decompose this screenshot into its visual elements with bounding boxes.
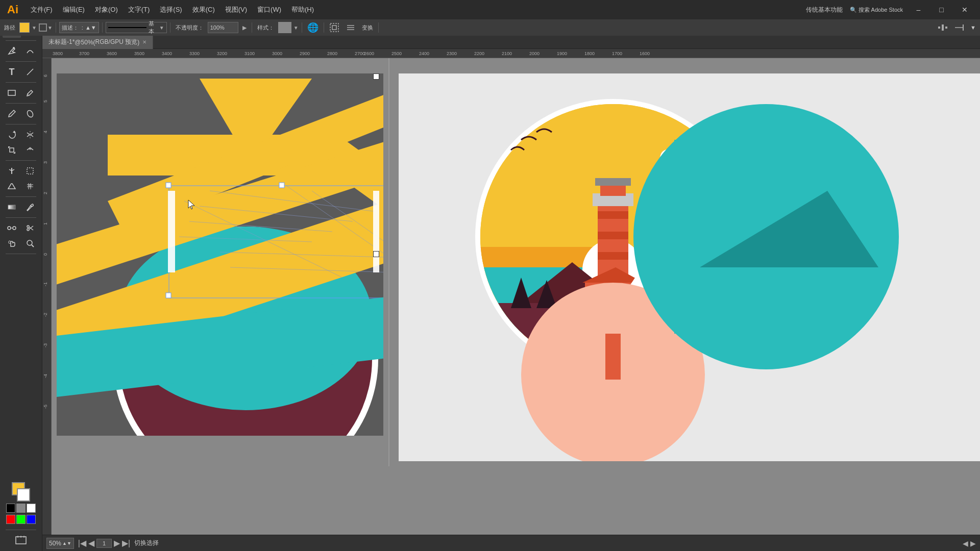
transform-icon[interactable] xyxy=(327,21,341,34)
maximize-button[interactable]: □ xyxy=(930,0,953,19)
menu-effect[interactable]: 效果(C) xyxy=(187,0,220,19)
curvature-tool[interactable] xyxy=(21,43,39,59)
zoom-tool[interactable] xyxy=(21,236,39,251)
separator-2 xyxy=(102,22,103,33)
ruler-left: 6 5 4 3 2 1 0 -1 -2 -3 -4 -5 xyxy=(42,58,52,535)
svg-rect-96 xyxy=(373,191,379,272)
canvas-page-right: GO TO NEW PLACES xyxy=(399,73,980,461)
menu-file[interactable]: 文件(F) xyxy=(26,0,58,19)
expand-canvas-btn2[interactable]: ▶ xyxy=(970,539,976,547)
zoom-value: 50% xyxy=(49,540,61,547)
color-swatch-5[interactable] xyxy=(16,515,26,524)
color-swatch-4[interactable] xyxy=(6,515,15,524)
minimize-button[interactable]: – xyxy=(907,0,930,19)
tool-group-zoom xyxy=(0,219,42,252)
menu-select[interactable]: 选择(S) xyxy=(155,0,187,19)
rotate-tool[interactable] xyxy=(3,127,21,142)
page-prev-btn[interactable]: |◀ xyxy=(78,538,86,548)
gradient-tool[interactable] xyxy=(3,199,21,215)
svg-text:3300: 3300 xyxy=(189,51,200,56)
canvas-area[interactable]: 3800 3700 3600 3500 3400 3300 3200 3100 … xyxy=(42,49,980,535)
document-tab[interactable]: 未标题-1* @ 50% ( RGB/GPU 预览 ) ✕ xyxy=(42,36,153,49)
menu-text[interactable]: 文字(T) xyxy=(123,0,155,19)
menu-help[interactable]: 帮助(H) xyxy=(286,0,319,19)
zoom-dropdown-icon: ▲▼ xyxy=(62,541,71,546)
globe-icon[interactable]: 🌐 xyxy=(305,21,321,34)
expand-canvas-btn[interactable]: ◀ xyxy=(963,539,968,547)
stroke-type-select[interactable]: 描述： : ▲▼ xyxy=(59,22,99,33)
scissors-tool[interactable] xyxy=(21,220,39,236)
scale-tool[interactable] xyxy=(3,142,21,158)
blend-tool[interactable] xyxy=(3,220,21,236)
page-next-btn2[interactable]: ▶| xyxy=(122,538,130,548)
svg-text:1: 1 xyxy=(43,222,48,225)
distribute-icon[interactable] xyxy=(936,21,950,34)
opacity-input[interactable] xyxy=(208,22,238,33)
tool-row-4 xyxy=(0,85,42,101)
tool-group-pen xyxy=(0,42,42,60)
ruler-left-svg: 6 5 4 3 2 1 0 -1 -2 -3 -4 -5 xyxy=(42,58,52,535)
separator-3 xyxy=(170,22,170,33)
search-adobe-stock[interactable]: 🔍 搜索 Adobe Stock xyxy=(850,6,903,14)
expand-icon[interactable]: ▼ xyxy=(968,21,978,34)
background-color[interactable] xyxy=(17,488,30,502)
tab-close-btn[interactable]: ✕ xyxy=(142,39,146,45)
stroke-icon[interactable]: ▼ xyxy=(39,23,53,32)
close-button[interactable]: ✕ xyxy=(953,0,976,19)
svg-marker-17 xyxy=(13,131,16,133)
blob-tool[interactable] xyxy=(21,106,39,121)
mesh-tool[interactable] xyxy=(21,179,39,194)
svg-rect-24 xyxy=(8,205,15,209)
rect-tool[interactable] xyxy=(3,85,21,101)
svg-text:-1: -1 xyxy=(43,282,48,286)
width-tool[interactable] xyxy=(3,163,21,179)
menu-right: 传统基本功能 🔍 搜索 Adobe Stock – □ ✕ xyxy=(803,0,981,19)
fill-dropdown-arrow[interactable]: ▼ xyxy=(32,25,37,31)
align-right-icon[interactable] xyxy=(952,21,966,34)
color-swatch-3[interactable] xyxy=(27,504,36,513)
fill-color-swatch[interactable] xyxy=(19,22,30,33)
svg-text:2800: 2800 xyxy=(327,51,337,56)
pencil-tool[interactable] xyxy=(21,85,39,101)
color-swatch-6[interactable] xyxy=(27,515,36,524)
tool-info: 切换选择 xyxy=(134,539,159,547)
menu-window[interactable]: 窗口(W) xyxy=(252,0,286,19)
style-swatch[interactable] xyxy=(278,22,291,33)
align-icon[interactable] xyxy=(344,21,358,34)
reflect-tool[interactable] xyxy=(21,127,39,142)
zoom-select[interactable]: 50% ▲▼ xyxy=(46,538,74,549)
hand-tool[interactable] xyxy=(3,236,21,251)
free-transform-tool[interactable] xyxy=(21,163,39,179)
color-swatch-1[interactable] xyxy=(6,504,15,513)
stroke-preview[interactable]: 基本 ▼ xyxy=(106,22,167,33)
artboard-tool[interactable] xyxy=(12,533,30,548)
warp-tool[interactable] xyxy=(21,142,39,158)
tool-sep-4 xyxy=(6,103,36,104)
tool-row-11 xyxy=(0,220,42,236)
line-tool[interactable] xyxy=(21,64,39,80)
stroke-dropdown-arrow[interactable]: ▼ xyxy=(47,25,53,31)
menu-object[interactable]: 对象(O) xyxy=(90,0,123,19)
page-number-input[interactable] xyxy=(96,539,112,548)
eyedropper-tool[interactable] xyxy=(21,199,39,215)
tool-row-5 xyxy=(0,106,42,121)
menu-edit[interactable]: 编辑(E) xyxy=(58,0,90,19)
paintbrush-tool[interactable] xyxy=(3,106,21,121)
svg-text:1800: 1800 xyxy=(584,51,595,56)
left-artwork-svg xyxy=(57,73,383,436)
tool-row-9 xyxy=(0,179,42,194)
tool-row-2 xyxy=(0,43,42,59)
pen-tool[interactable] xyxy=(3,43,21,59)
selection-handle-right-bottom[interactable] xyxy=(373,251,379,257)
perspective-tool[interactable] xyxy=(3,179,21,194)
feature-selector[interactable]: 传统基本功能 xyxy=(803,5,846,15)
menu-view[interactable]: 视图(V) xyxy=(220,0,252,19)
type-tool[interactable]: T xyxy=(3,64,21,80)
opacity-arrow[interactable]: ▶ xyxy=(240,21,249,34)
color-swatch-2[interactable] xyxy=(16,504,26,513)
svg-rect-114 xyxy=(598,252,628,260)
page-next-btn[interactable]: ▶ xyxy=(114,538,120,548)
selection-handle-right-top[interactable] xyxy=(373,73,379,80)
page-prev-btn2[interactable]: ◀ xyxy=(88,538,94,548)
style-dropdown[interactable]: ▼ xyxy=(293,25,299,31)
